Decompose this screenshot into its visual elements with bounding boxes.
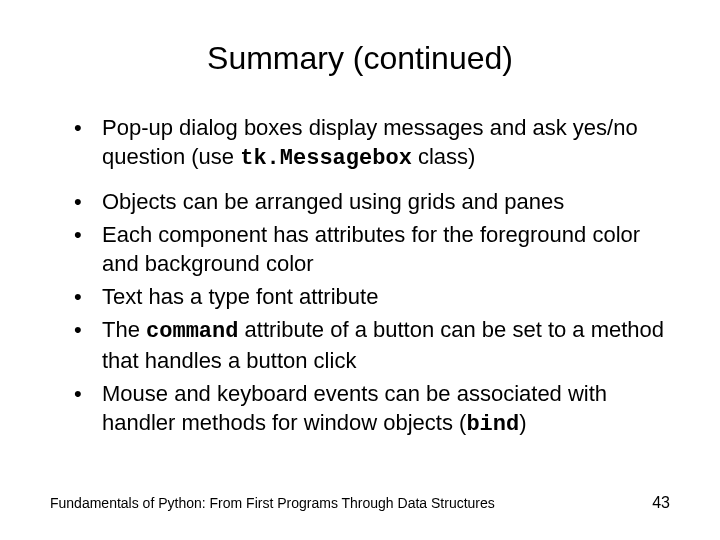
bullet-text: Objects can be arranged using grids and … <box>102 189 564 214</box>
slide-footer: Fundamentals of Python: From First Progr… <box>50 494 670 512</box>
list-item: Mouse and keyboard events can be associa… <box>74 379 670 439</box>
list-item: Objects can be arranged using grids and … <box>74 187 670 216</box>
slide-title: Summary (continued) <box>50 40 670 77</box>
code-text: tk.Messagebox <box>240 146 412 171</box>
code-text: bind <box>466 412 519 437</box>
footer-text: Fundamentals of Python: From First Progr… <box>50 495 495 511</box>
bullet-text: class) <box>412 144 476 169</box>
list-item: The command attribute of a button can be… <box>74 315 670 375</box>
bullet-list: Pop-up dialog boxes display messages and… <box>50 113 670 439</box>
list-item: Text has a type font attribute <box>74 282 670 311</box>
page-number: 43 <box>652 494 670 512</box>
list-item: Each component has attributes for the fo… <box>74 220 670 278</box>
list-item: Pop-up dialog boxes display messages and… <box>74 113 670 173</box>
bullet-text: Each component has attributes for the fo… <box>102 222 640 276</box>
bullet-text: Mouse and keyboard events can be associa… <box>102 381 607 435</box>
bullet-text: The <box>102 317 146 342</box>
bullet-text: Text has a type font attribute <box>102 284 378 309</box>
code-text: command <box>146 319 238 344</box>
slide: Summary (continued) Pop-up dialog boxes … <box>0 0 720 540</box>
bullet-text: ) <box>519 410 526 435</box>
